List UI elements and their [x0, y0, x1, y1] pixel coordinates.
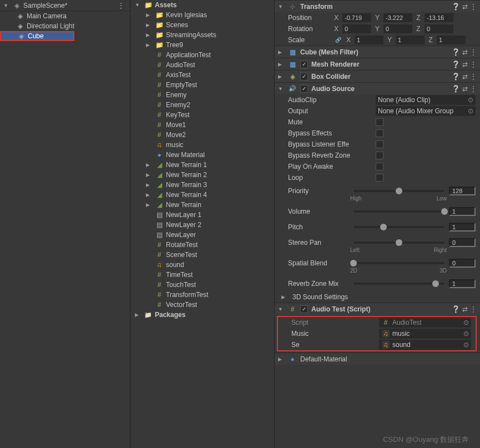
project-packages[interactable]: ▶ Packages [130, 310, 274, 320]
component-header[interactable]: ▶Cube (Mesh Filter)❔⇄⋮ [275, 46, 480, 58]
object-picker-icon[interactable]: ⊙ [468, 96, 473, 104]
project-asset-EmptyTest[interactable]: EmptyTest [130, 80, 274, 90]
loop-checkbox[interactable] [376, 174, 383, 182]
preset-icon[interactable]: ⇄ [462, 48, 468, 56]
output-field[interactable]: None (Audio Mixer Group⊙ [376, 106, 476, 116]
help-icon[interactable]: ❔ [452, 73, 460, 80]
project-asset-SceneTest[interactable]: SceneTest [130, 250, 274, 260]
project-asset-RotateTest[interactable]: RotateTest [130, 240, 274, 250]
3d-sound-settings[interactable]: ▶ 3D Sound Settings [275, 291, 480, 303]
preset-icon[interactable]: ⇄ [462, 305, 468, 313]
project-folder[interactable]: ▶StreamingAssets [130, 30, 274, 40]
project-asset-New Terrain 2[interactable]: ▶New Terrain 2 [130, 170, 274, 180]
scale-y-input[interactable] [396, 36, 425, 44]
rotation-x-input[interactable] [342, 24, 371, 33]
transform-header[interactable]: ▼ Transform ❔ ⇄ ⋮ [275, 0, 480, 12]
menu-icon[interactable]: ⋮ [470, 3, 477, 11]
rotation-y-input[interactable] [383, 24, 412, 33]
hierarchy-item-cube[interactable]: Cube [0, 31, 74, 41]
pitch-input[interactable] [449, 223, 476, 231]
component-enabled-checkbox[interactable] [300, 73, 308, 80]
foldout-icon[interactable]: ▼ [3, 3, 10, 8]
volume-slider[interactable] [353, 210, 444, 213]
scale-x-input[interactable] [355, 36, 383, 44]
project-asset-AudioTest[interactable]: AudioTest [130, 60, 274, 70]
priority-slider[interactable] [353, 190, 444, 192]
bypass-listener-checkbox[interactable] [376, 140, 383, 148]
help-icon[interactable]: ❔ [452, 85, 460, 93]
hierarchy-menu-icon[interactable]: ⋮ [115, 2, 127, 9]
foldout-icon[interactable]: ▶ [278, 74, 285, 79]
component-enabled-checkbox[interactable] [300, 61, 308, 68]
foldout-icon[interactable]: ▶ [146, 22, 153, 28]
spatialBlend-slider[interactable] [353, 262, 444, 264]
rotation-z-input[interactable] [425, 24, 453, 33]
project-asset-TransformTest[interactable]: TransformTest [130, 290, 274, 300]
audio-test-header[interactable]: ▼ Audio Test (Script) ❔⇄⋮ [275, 303, 480, 315]
bypass-reverb-checkbox[interactable] [376, 152, 383, 159]
foldout-icon[interactable]: ▼ [278, 306, 285, 312]
default-material-header[interactable]: ▶ Default-Material [275, 353, 480, 365]
preset-icon[interactable]: ⇄ [462, 73, 468, 80]
project-assets-root[interactable]: ▼ Assets [130, 0, 274, 10]
project-asset-Move1[interactable]: Move1 [130, 120, 274, 130]
priority-input[interactable] [449, 187, 476, 195]
position-y-input[interactable] [383, 13, 412, 22]
project-asset-VectorTest[interactable]: VectorTest [130, 300, 274, 310]
foldout-icon[interactable]: ▶ [146, 172, 153, 178]
project-asset-TouchTest[interactable]: TouchTest [130, 280, 274, 290]
se-field[interactable]: sound⊙ [379, 340, 471, 350]
hierarchy-item-directional-light[interactable]: Directional Light [0, 21, 130, 31]
foldout-icon[interactable]: ▶ [146, 182, 153, 188]
stereoPan-input[interactable] [449, 238, 476, 247]
project-asset-NewLayer 1[interactable]: NewLayer 1 [130, 210, 274, 220]
audio-source-enabled-checkbox[interactable] [300, 85, 308, 93]
foldout-icon[interactable]: ▶ [146, 192, 153, 198]
music-field[interactable]: music⊙ [379, 329, 471, 339]
audiotest-enabled-checkbox[interactable] [300, 305, 308, 313]
component-header[interactable]: ▶Mesh Renderer❔⇄⋮ [275, 58, 480, 70]
project-asset-KeyTest[interactable]: KeyTest [130, 110, 274, 120]
foldout-icon[interactable]: ▶ [278, 49, 285, 55]
object-picker-icon[interactable]: ⊙ [468, 107, 473, 115]
spatialBlend-input[interactable] [449, 259, 476, 268]
project-asset-New Terrain 1[interactable]: ▶New Terrain 1 [130, 160, 274, 170]
foldout-icon[interactable]: ▶ [146, 202, 153, 208]
stereoPan-slider[interactable] [353, 241, 444, 244]
menu-icon[interactable]: ⋮ [470, 305, 477, 313]
project-asset-sound[interactable]: sound [130, 260, 274, 270]
menu-icon[interactable]: ⋮ [470, 61, 477, 68]
preset-icon[interactable]: ⇄ [462, 85, 468, 93]
foldout-icon[interactable]: ▶ [278, 356, 285, 362]
object-picker-icon[interactable]: ⊙ [463, 319, 469, 326]
project-asset-New Material[interactable]: New Material [130, 150, 274, 160]
hierarchy-item-main-camera[interactable]: Main Camera [0, 11, 130, 21]
preset-icon[interactable]: ⇄ [462, 61, 468, 68]
mute-checkbox[interactable] [376, 118, 383, 126]
project-folder[interactable]: ▶Tree9 [130, 40, 274, 50]
play-on-awake-checkbox[interactable] [376, 163, 383, 170]
project-asset-TimeTest[interactable]: TimeTest [130, 270, 274, 280]
scale-z-input[interactable] [437, 36, 466, 44]
project-asset-AxisTest[interactable]: AxisTest [130, 70, 274, 80]
menu-icon[interactable]: ⋮ [470, 48, 477, 56]
audioclip-field[interactable]: None (Audio Clip)⊙ [376, 95, 476, 105]
volume-input[interactable] [449, 207, 476, 216]
component-header[interactable]: ▶Box Collider❔⇄⋮ [275, 70, 480, 82]
menu-icon[interactable]: ⋮ [470, 85, 477, 93]
foldout-icon[interactable]: ▶ [278, 62, 285, 67]
menu-icon[interactable]: ⋮ [470, 73, 477, 80]
project-asset-New Terrain 3[interactable]: ▶New Terrain 3 [130, 180, 274, 190]
foldout-icon[interactable]: ▶ [146, 42, 153, 48]
preset-icon[interactable]: ⇄ [462, 3, 468, 11]
foldout-icon[interactable]: ▶ [146, 12, 153, 18]
project-asset-Move2[interactable]: Move2 [130, 130, 274, 140]
project-asset-New Terrain 4[interactable]: ▶New Terrain 4 [130, 190, 274, 200]
position-x-input[interactable] [342, 13, 371, 22]
hierarchy-scene-header[interactable]: ▼ SampleScene* ⋮ [0, 0, 130, 11]
foldout-icon[interactable]: ▼ [278, 4, 285, 9]
object-picker-icon[interactable]: ⊙ [463, 341, 469, 349]
project-asset-Enemy2[interactable]: Enemy2 [130, 100, 274, 110]
help-icon[interactable]: ❔ [452, 3, 460, 11]
reverbZone-input[interactable] [449, 279, 476, 288]
